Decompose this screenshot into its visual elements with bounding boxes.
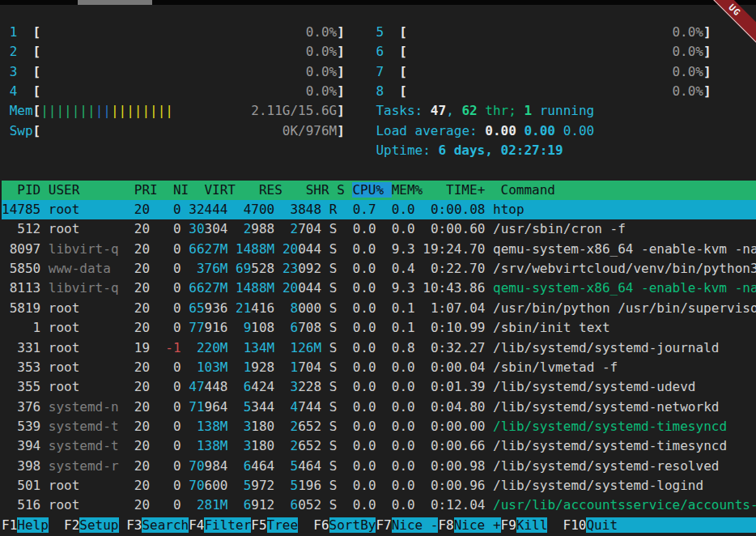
fkey-f3-key[interactable]: F3: [126, 517, 142, 533]
text: [321, 458, 329, 474]
process-row[interactable]: 376 systemd-n 20 0 71964 5344 4744 S 0.0…: [2, 398, 756, 417]
process-row[interactable]: 501 root 20 0 70600 5972 5196 S 0.0 0.0 …: [2, 476, 756, 496]
column-header-pid[interactable]: PID: [2, 182, 49, 198]
text: [227, 458, 236, 474]
column-header-shr[interactable]: SHR: [290, 182, 337, 198]
pid-cell: 394: [2, 438, 40, 453]
user-cell: systemd-t: [49, 419, 119, 434]
fkey-f10-label[interactable]: Quit: [586, 517, 756, 533]
process-row[interactable]: 8113 libvirt-q 20 0 6627M 1488M 20044 S …: [2, 279, 756, 298]
process-row[interactable]: 353 root 20 0 103M 1928 1704 S 0.0 0.0 0…: [2, 358, 756, 377]
text: [227, 280, 236, 296]
process-row[interactable]: 398 systemd-r 20 0 70984 6464 5464 S 0.0…: [2, 457, 756, 476]
fkey-f9-label[interactable]: Kill: [516, 517, 548, 533]
text: [40, 497, 49, 513]
text: [274, 478, 282, 493]
text: [119, 438, 127, 453]
res-cell-highlight: 1488M: [236, 241, 274, 257]
fkey-f5-key[interactable]: F5: [251, 517, 266, 533]
column-header-s[interactable]: S: [337, 182, 352, 198]
fkey-f7-label[interactable]: Nice -: [392, 517, 439, 533]
command-cell: qemu-system-x86_64 -enable-kvm -na: [493, 241, 756, 257]
column-header-virt[interactable]: VIRT: [197, 182, 244, 198]
tasks-label: Tasks:: [376, 103, 430, 118]
fkey-f9-key[interactable]: F9: [501, 517, 516, 533]
column-header-ni[interactable]: NI: [165, 182, 197, 198]
fkey-f3-label[interactable]: Search: [142, 517, 189, 533]
text: [415, 359, 423, 375]
process-row[interactable]: 355 root 20 0 47448 6424 3228 S 0.0 0.0 …: [2, 377, 756, 397]
process-row[interactable]: 512 root 20 0 30304 2988 2704 S 0.0 0.0 …: [2, 219, 756, 239]
process-row[interactable]: 5819 root 20 0 65936 21416 8000 S 0.0 0.…: [2, 299, 756, 318]
fkey-f4-label[interactable]: Filter: [204, 517, 251, 533]
cpu-meter-percent: 0.0%: [306, 44, 338, 59]
text: [337, 221, 345, 236]
pid-cell: 1: [2, 320, 40, 335]
fkey-f6-label[interactable]: SortBy: [329, 517, 376, 533]
time-cell: 0:00.04: [423, 359, 485, 375]
text: [376, 241, 384, 257]
text: [337, 320, 345, 335]
text: [119, 202, 127, 217]
process-row[interactable]: 1 root 20 0 77916 9108 6708 S 0.0 0.1 0:…: [2, 318, 756, 338]
res-cell: 180: [251, 438, 274, 453]
column-header-time[interactable]: TIME+: [431, 182, 501, 198]
nice-cell: 0: [158, 261, 181, 276]
fkey-f6-key[interactable]: F6: [313, 517, 329, 533]
process-row[interactable]: 331 root 19 -1 220M 134M 126M S 0.0 0.8 …: [2, 338, 756, 358]
meter-close-bracket: ]: [703, 83, 711, 99]
column-header-pri[interactable]: PRI: [126, 182, 165, 198]
column-header-command[interactable]: Command: [501, 182, 555, 198]
text: [189, 340, 197, 355]
text: [384, 64, 399, 79]
fkey-f8-key[interactable]: F8: [438, 517, 453, 533]
process-row[interactable]: 14785 root 20 0 32444 4700 3848 R 0.7 0.…: [2, 200, 756, 219]
process-table-header[interactable]: PID USER PRI NI VIRT RES SHR S CPU% MEM%…: [2, 181, 756, 200]
fkey-f1-label[interactable]: Help: [17, 517, 49, 533]
process-row[interactable]: 516 root 20 0 281M 6912 6052 S 0.0 0.0 0…: [2, 496, 756, 515]
column-header-cpu[interactable]: CPU%: [352, 182, 391, 198]
text: [282, 438, 291, 453]
column-header-user[interactable]: USER: [49, 182, 126, 198]
text: [337, 280, 345, 296]
virt-cell-highlight: 6627M: [189, 280, 227, 296]
fkey-f7-key[interactable]: F7: [376, 517, 391, 533]
text: [150, 497, 158, 513]
user-cell: systemd-n: [49, 399, 119, 415]
text: [150, 280, 158, 296]
user-cell: root: [49, 359, 119, 375]
fkey-f4-key[interactable]: F4: [189, 517, 204, 533]
nice-cell: 0: [158, 497, 181, 513]
column-header-mem[interactable]: MEM%: [392, 182, 431, 198]
text: [227, 419, 236, 434]
fkey-f2-key[interactable]: F2: [64, 517, 79, 533]
fkey-f1-key[interactable]: F1: [2, 517, 17, 533]
screen: UG 1 [ 0.0%] 5 [ 0.0%] 2 [ 0.0%] 6 [ 0.0…: [0, 0, 756, 536]
process-row[interactable]: 5850 www-data 20 0 376M 69528 23092 S 0.…: [2, 259, 756, 279]
fkey-f10-key[interactable]: F10: [563, 517, 587, 533]
function-key-bar[interactable]: F1Help F2Setup F3SearchF4FilterF5Tree F6…: [2, 516, 756, 535]
text: [321, 399, 329, 415]
column-header-res[interactable]: RES: [244, 182, 291, 198]
process-row[interactable]: 539 systemd-t 20 0 138M 3180 2652 S 0.0 …: [2, 417, 756, 436]
process-row[interactable]: 394 systemd-t 20 0 138M 3180 2652 S 0.0 …: [2, 436, 756, 456]
time-cell: 0:12.04: [423, 497, 485, 513]
text: [485, 359, 493, 375]
shr-cell: 708: [298, 320, 321, 335]
text: [485, 419, 493, 434]
res-cell: 988: [251, 221, 274, 236]
cpu-meter-label: 4: [10, 83, 18, 99]
text: [40, 458, 49, 474]
fkey-f5-label[interactable]: Tree: [267, 517, 299, 533]
text: [150, 438, 158, 453]
shr-cell-highlight: 8: [291, 300, 299, 316]
text: [282, 221, 291, 236]
text: [415, 202, 423, 217]
fkey-f2-label[interactable]: Setup: [79, 517, 118, 533]
command-cell: /usr/bin/python /usr/bin/superviso: [493, 300, 756, 316]
cpu-meter-label: 2: [10, 44, 18, 59]
text: [337, 458, 345, 474]
text: [485, 241, 493, 257]
fkey-f8-label[interactable]: Nice +: [454, 517, 501, 533]
process-row[interactable]: 8097 libvirt-q 20 0 6627M 1488M 20044 S …: [2, 240, 756, 259]
